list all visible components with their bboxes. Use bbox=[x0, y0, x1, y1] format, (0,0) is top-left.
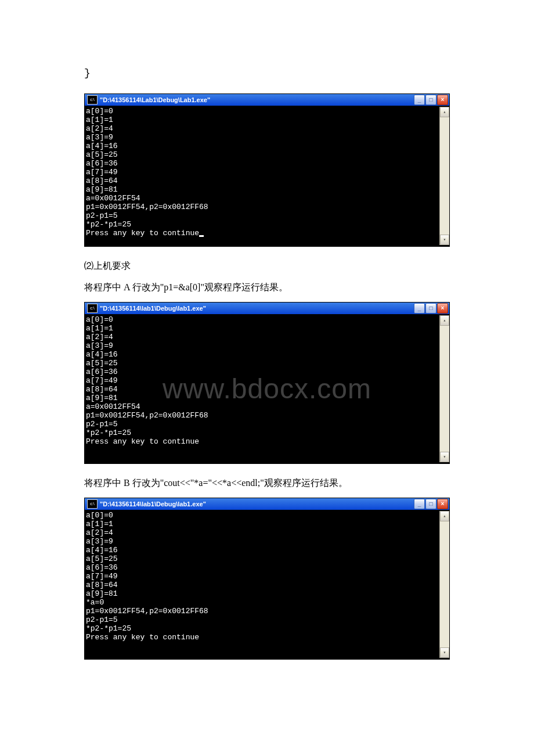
console-output: a[0]=0 a[1]=1 a[2]=4 a[3]=9 a[4]=16 a[5]… bbox=[86, 315, 439, 462]
scroll-up-button[interactable]: ▴ bbox=[440, 511, 449, 521]
titlebar-text: "D:\41356114\lab1\Debug\lab1.exe" bbox=[100, 501, 414, 507]
scroll-track[interactable] bbox=[440, 326, 449, 452]
console-output: a[0]=0 a[1]=1 a[2]=4 a[3]=9 a[4]=16 a[5]… bbox=[86, 511, 439, 658]
console-window-2: c:\ "D:\41356114\lab1\Debug\lab1.exe" _ … bbox=[84, 302, 450, 464]
console-window-3: c:\ "D:\41356114\lab1\Debug\lab1.exe" _ … bbox=[84, 498, 450, 660]
scrollbar[interactable]: ▴ ▾ bbox=[439, 315, 449, 462]
cmd-icon: c:\ bbox=[87, 304, 98, 313]
close-button[interactable]: × bbox=[437, 499, 448, 509]
console-output: a[0]=0 a[1]=1 a[2]=4 a[3]=9 a[4]=16 a[5]… bbox=[86, 107, 439, 245]
console-body: a[0]=0 a[1]=1 a[2]=4 a[3]=9 a[4]=16 a[5]… bbox=[85, 314, 449, 463]
titlebar: c:\ "D:\41356114\Lab1\Debug\Lab1.exe" _ … bbox=[85, 94, 449, 106]
page: } c:\ "D:\41356114\Lab1\Debug\Lab1.exe" … bbox=[0, 0, 534, 706]
close-button[interactable]: × bbox=[437, 303, 448, 314]
scroll-track[interactable] bbox=[440, 117, 449, 235]
maximize-button[interactable]: □ bbox=[425, 499, 436, 509]
cmd-icon: c:\ bbox=[87, 499, 98, 509]
scroll-track[interactable] bbox=[440, 521, 449, 647]
console-body: a[0]=0 a[1]=1 a[2]=4 a[3]=9 a[4]=16 a[5]… bbox=[85, 510, 449, 659]
maximize-button[interactable]: □ bbox=[425, 95, 436, 105]
console-window-1: c:\ "D:\41356114\Lab1\Debug\Lab1.exe" _ … bbox=[84, 93, 450, 247]
scrollbar[interactable]: ▴ ▾ bbox=[439, 107, 449, 245]
console-lines: a[0]=0 a[1]=1 a[2]=4 a[3]=9 a[4]=16 a[5]… bbox=[86, 107, 208, 237]
scroll-down-button[interactable]: ▾ bbox=[440, 235, 449, 245]
window-controls: _ □ × bbox=[414, 499, 448, 509]
maximize-button[interactable]: □ bbox=[425, 303, 436, 314]
instruction-b: 将程序中 B 行改为"cout<<"*a="<<*a<<endl;"观察程序运行… bbox=[84, 476, 450, 491]
instruction-a: 将程序中 A 行改为"p1=&a[0]"观察程序运行结果。 bbox=[84, 280, 450, 295]
close-button[interactable]: × bbox=[437, 95, 448, 105]
window-controls: _ □ × bbox=[414, 95, 448, 105]
scrollbar[interactable]: ▴ ▾ bbox=[439, 511, 449, 658]
window-controls: _ □ × bbox=[414, 303, 448, 314]
console-body: a[0]=0 a[1]=1 a[2]=4 a[3]=9 a[4]=16 a[5]… bbox=[85, 106, 449, 246]
minimize-button[interactable]: _ bbox=[414, 95, 425, 105]
scroll-down-button[interactable]: ▾ bbox=[440, 452, 449, 462]
scroll-down-button[interactable]: ▾ bbox=[440, 647, 449, 658]
minimize-button[interactable]: _ bbox=[414, 303, 425, 314]
titlebar: c:\ "D:\41356114\lab1\Debug\lab1.exe" _ … bbox=[85, 303, 449, 314]
scroll-up-button[interactable]: ▴ bbox=[440, 315, 449, 326]
cmd-icon: c:\ bbox=[87, 95, 98, 105]
code-brace: } bbox=[84, 65, 450, 82]
titlebar-text: "D:\41356114\Lab1\Debug\Lab1.exe" bbox=[100, 96, 414, 103]
minimize-button[interactable]: _ bbox=[414, 499, 425, 509]
text-cursor bbox=[199, 235, 204, 237]
section-heading-2: ⑵上机要求 bbox=[84, 258, 450, 273]
scroll-up-button[interactable]: ▴ bbox=[440, 107, 449, 117]
titlebar: c:\ "D:\41356114\lab1\Debug\lab1.exe" _ … bbox=[85, 498, 449, 510]
titlebar-text: "D:\41356114\lab1\Debug\lab1.exe" bbox=[100, 305, 414, 312]
